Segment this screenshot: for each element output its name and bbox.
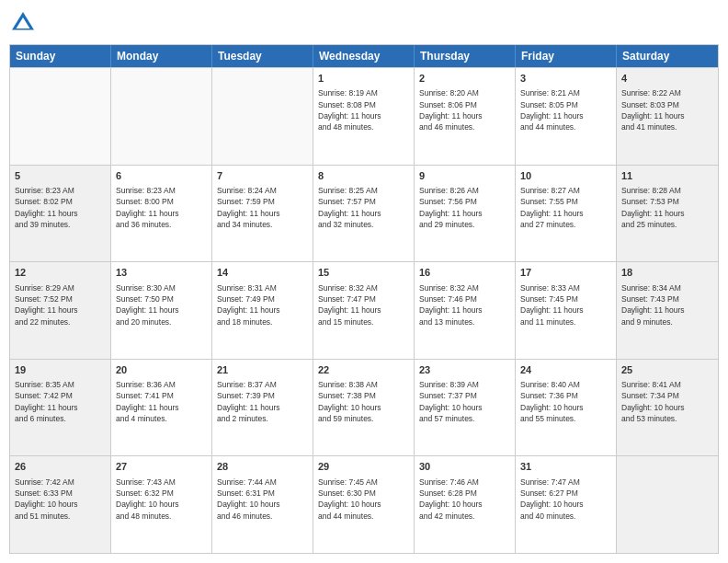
cell-info: Sunrise: 8:31 AM Sunset: 7:49 PM Dayligh… (217, 282, 308, 327)
cal-cell-27: 27Sunrise: 7:43 AM Sunset: 6:32 PM Dayli… (111, 456, 212, 553)
cell-info: Sunrise: 7:42 AM Sunset: 6:33 PM Dayligh… (15, 477, 106, 522)
day-number: 21 (217, 363, 308, 377)
calendar-row-4: 19Sunrise: 8:35 AM Sunset: 7:42 PM Dayli… (10, 359, 718, 456)
cell-info: Sunrise: 8:39 AM Sunset: 7:37 PM Dayligh… (419, 379, 510, 424)
cal-cell-30: 30Sunrise: 7:46 AM Sunset: 6:28 PM Dayli… (415, 456, 516, 553)
cell-info: Sunrise: 8:30 AM Sunset: 7:50 PM Dayligh… (116, 282, 207, 327)
day-number: 27 (116, 460, 207, 474)
header-day-sunday: Sunday (10, 45, 111, 67)
day-number: 19 (15, 363, 106, 377)
day-number: 26 (15, 460, 106, 474)
cell-info: Sunrise: 8:23 AM Sunset: 8:00 PM Dayligh… (116, 185, 207, 230)
cell-info: Sunrise: 8:32 AM Sunset: 7:47 PM Dayligh… (318, 282, 409, 327)
cell-info: Sunrise: 8:38 AM Sunset: 7:38 PM Dayligh… (318, 379, 409, 424)
header-day-saturday: Saturday (617, 45, 718, 67)
cell-info: Sunrise: 7:45 AM Sunset: 6:30 PM Dayligh… (318, 477, 409, 522)
cell-info: Sunrise: 7:44 AM Sunset: 6:31 PM Dayligh… (217, 477, 308, 522)
day-number: 10 (520, 169, 611, 183)
day-number: 31 (520, 460, 611, 474)
cal-cell-15: 15Sunrise: 8:32 AM Sunset: 7:47 PM Dayli… (313, 262, 415, 359)
cell-info: Sunrise: 8:19 AM Sunset: 8:08 PM Dayligh… (318, 87, 409, 132)
cell-info: Sunrise: 8:35 AM Sunset: 7:42 PM Dayligh… (15, 379, 106, 424)
cell-info: Sunrise: 8:32 AM Sunset: 7:46 PM Dayligh… (419, 282, 510, 327)
cal-cell-empty-4-6 (617, 456, 718, 553)
cell-info: Sunrise: 8:36 AM Sunset: 7:41 PM Dayligh… (116, 379, 207, 424)
cal-cell-empty-0-0 (10, 68, 111, 165)
header-day-thursday: Thursday (415, 45, 516, 67)
calendar-row-5: 26Sunrise: 7:42 AM Sunset: 6:33 PM Dayli… (10, 455, 718, 553)
cell-info: Sunrise: 8:34 AM Sunset: 7:43 PM Dayligh… (621, 282, 713, 327)
cal-cell-empty-0-1 (111, 68, 212, 165)
cal-cell-empty-0-2 (212, 68, 313, 165)
cal-cell-13: 13Sunrise: 8:30 AM Sunset: 7:50 PM Dayli… (111, 262, 212, 359)
day-number: 29 (318, 460, 409, 474)
day-number: 15 (318, 266, 409, 280)
cal-cell-23: 23Sunrise: 8:39 AM Sunset: 7:37 PM Dayli… (415, 360, 516, 456)
day-number: 7 (217, 169, 308, 183)
cell-info: Sunrise: 8:40 AM Sunset: 7:36 PM Dayligh… (520, 379, 611, 424)
page: SundayMondayTuesdayWednesdayThursdayFrid… (0, 0, 728, 563)
day-number: 16 (419, 266, 510, 280)
cal-cell-31: 31Sunrise: 7:47 AM Sunset: 6:27 PM Dayli… (516, 456, 617, 553)
cal-cell-8: 8Sunrise: 8:25 AM Sunset: 7:57 PM Daylig… (313, 166, 415, 262)
day-number: 6 (116, 169, 207, 183)
day-number: 30 (419, 460, 510, 474)
cal-cell-24: 24Sunrise: 8:40 AM Sunset: 7:36 PM Dayli… (516, 360, 617, 456)
day-number: 24 (520, 363, 611, 377)
cell-info: Sunrise: 8:21 AM Sunset: 8:05 PM Dayligh… (520, 87, 611, 132)
header-day-monday: Monday (111, 45, 212, 67)
cell-info: Sunrise: 8:20 AM Sunset: 8:06 PM Dayligh… (419, 87, 510, 132)
cal-cell-20: 20Sunrise: 8:36 AM Sunset: 7:41 PM Dayli… (111, 360, 212, 456)
calendar-row-2: 5Sunrise: 8:23 AM Sunset: 8:02 PM Daylig… (10, 165, 718, 262)
cell-info: Sunrise: 8:22 AM Sunset: 8:03 PM Dayligh… (621, 87, 713, 132)
cell-info: Sunrise: 8:25 AM Sunset: 7:57 PM Dayligh… (318, 185, 409, 230)
cell-info: Sunrise: 8:26 AM Sunset: 7:56 PM Dayligh… (419, 185, 510, 230)
cal-cell-25: 25Sunrise: 8:41 AM Sunset: 7:34 PM Dayli… (617, 360, 718, 456)
day-number: 4 (621, 72, 713, 86)
header-day-tuesday: Tuesday (212, 45, 313, 67)
day-number: 2 (419, 72, 510, 86)
cal-cell-21: 21Sunrise: 8:37 AM Sunset: 7:39 PM Dayli… (212, 360, 313, 456)
day-number: 3 (520, 72, 611, 86)
header (9, 9, 719, 37)
day-number: 18 (621, 266, 713, 280)
cell-info: Sunrise: 8:27 AM Sunset: 7:55 PM Dayligh… (520, 185, 611, 230)
cell-info: Sunrise: 8:28 AM Sunset: 7:53 PM Dayligh… (621, 185, 713, 230)
cal-cell-28: 28Sunrise: 7:44 AM Sunset: 6:31 PM Dayli… (212, 456, 313, 553)
calendar-row-3: 12Sunrise: 8:29 AM Sunset: 7:52 PM Dayli… (10, 261, 718, 359)
day-number: 20 (116, 363, 207, 377)
cell-info: Sunrise: 7:46 AM Sunset: 6:28 PM Dayligh… (419, 477, 510, 522)
cal-cell-22: 22Sunrise: 8:38 AM Sunset: 7:38 PM Dayli… (313, 360, 415, 456)
cal-cell-14: 14Sunrise: 8:31 AM Sunset: 7:49 PM Dayli… (212, 262, 313, 359)
cal-cell-1: 1Sunrise: 8:19 AM Sunset: 8:08 PM Daylig… (313, 68, 415, 165)
calendar-header: SundayMondayTuesdayWednesdayThursdayFrid… (10, 45, 718, 67)
cell-info: Sunrise: 8:24 AM Sunset: 7:59 PM Dayligh… (217, 185, 308, 230)
cal-cell-5: 5Sunrise: 8:23 AM Sunset: 8:02 PM Daylig… (10, 166, 111, 262)
day-number: 11 (621, 169, 713, 183)
cal-cell-19: 19Sunrise: 8:35 AM Sunset: 7:42 PM Dayli… (10, 360, 111, 456)
day-number: 1 (318, 72, 409, 86)
cal-cell-7: 7Sunrise: 8:24 AM Sunset: 7:59 PM Daylig… (212, 166, 313, 262)
cell-info: Sunrise: 8:33 AM Sunset: 7:45 PM Dayligh… (520, 282, 611, 327)
cell-info: Sunrise: 7:43 AM Sunset: 6:32 PM Dayligh… (116, 477, 207, 522)
cal-cell-18: 18Sunrise: 8:34 AM Sunset: 7:43 PM Dayli… (617, 262, 718, 359)
cal-cell-29: 29Sunrise: 7:45 AM Sunset: 6:30 PM Dayli… (313, 456, 415, 553)
cal-cell-4: 4Sunrise: 8:22 AM Sunset: 8:03 PM Daylig… (617, 68, 718, 165)
cal-cell-17: 17Sunrise: 8:33 AM Sunset: 7:45 PM Dayli… (516, 262, 617, 359)
day-number: 13 (116, 266, 207, 280)
cal-cell-10: 10Sunrise: 8:27 AM Sunset: 7:55 PM Dayli… (516, 166, 617, 262)
calendar-body: 1Sunrise: 8:19 AM Sunset: 8:08 PM Daylig… (10, 67, 718, 553)
cell-info: Sunrise: 7:47 AM Sunset: 6:27 PM Dayligh… (520, 477, 611, 522)
cal-cell-12: 12Sunrise: 8:29 AM Sunset: 7:52 PM Dayli… (10, 262, 111, 359)
cell-info: Sunrise: 8:29 AM Sunset: 7:52 PM Dayligh… (15, 282, 106, 327)
cell-info: Sunrise: 8:41 AM Sunset: 7:34 PM Dayligh… (621, 379, 713, 424)
calendar: SundayMondayTuesdayWednesdayThursdayFrid… (9, 44, 719, 554)
day-number: 23 (419, 363, 510, 377)
logo-icon (9, 9, 37, 37)
day-number: 22 (318, 363, 409, 377)
logo (9, 9, 40, 37)
day-number: 9 (419, 169, 510, 183)
cal-cell-3: 3Sunrise: 8:21 AM Sunset: 8:05 PM Daylig… (516, 68, 617, 165)
day-number: 5 (15, 169, 106, 183)
cal-cell-26: 26Sunrise: 7:42 AM Sunset: 6:33 PM Dayli… (10, 456, 111, 553)
